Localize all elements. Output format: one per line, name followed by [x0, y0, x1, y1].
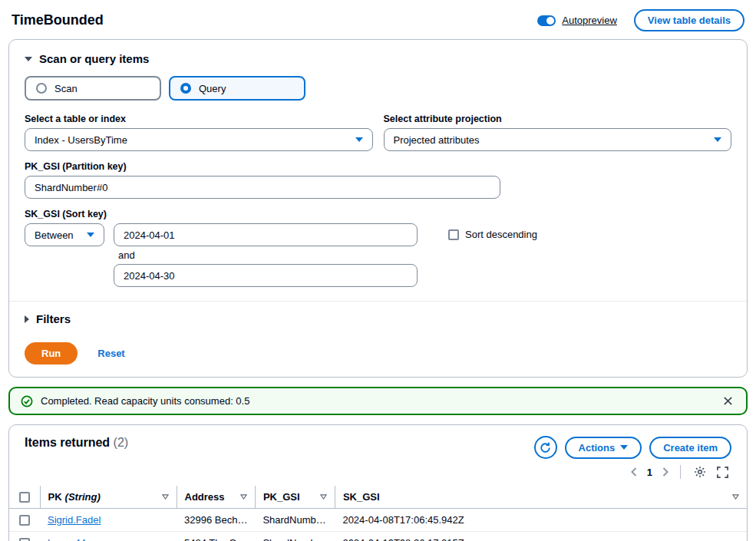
close-icon[interactable] — [721, 394, 735, 408]
items-returned-panel: Items returned (2) Actions Create item 1 — [8, 424, 748, 541]
table-header-row: PK (String) Address — [9, 486, 747, 509]
item-link[interactable]: Lonzo44 — [48, 537, 86, 541]
results-counter: (2) — [114, 436, 129, 449]
partition-key-field: PK_GSI (Partition key) — [25, 161, 731, 199]
sort-key-to-input[interactable] — [114, 264, 418, 287]
cell-pk-gsi: ShardNumb… — [255, 532, 335, 541]
table-index-value: Index - UsersByTime — [35, 134, 127, 146]
projection-value: Projected attributes — [394, 134, 480, 146]
query-radio-tile[interactable]: Query — [169, 76, 305, 101]
table-index-select[interactable]: Index - UsersByTime — [25, 128, 373, 151]
scan-query-panel: Scan or query items Scan Query Select a … — [8, 39, 748, 378]
column-header-pk-gsi[interactable]: PK_GSI — [255, 486, 335, 509]
results-toolbar: 1 — [25, 464, 731, 480]
projection-label: Select attribute projection — [384, 114, 732, 124]
chevron-down-icon — [87, 233, 94, 237]
chevron-down-icon — [355, 137, 363, 142]
sort-key-operator-select[interactable]: Between — [25, 223, 104, 246]
sort-key-from-input[interactable] — [114, 223, 418, 246]
projection-select[interactable]: Projected attributes — [384, 128, 732, 151]
sort-icon[interactable] — [314, 494, 327, 500]
run-button[interactable]: Run — [25, 342, 78, 365]
chevron-down-icon — [620, 445, 628, 450]
radio-selected-icon — [180, 83, 191, 94]
page: TimeBounded Autopreview View table detai… — [0, 0, 756, 541]
filters-section-toggle[interactable]: Filters — [25, 311, 731, 327]
projection-field: Select attribute projection Projected at… — [384, 114, 732, 151]
header-actions: Autopreview View table details — [537, 9, 744, 31]
alert-message: Completed. Read capacity units consumed:… — [41, 395, 713, 407]
sort-icon[interactable] — [726, 494, 739, 500]
sort-key-field: SK_GSI (Sort key) Between and Sort desce… — [25, 209, 731, 287]
table-row: Sigrid.Fadel 32996 Bech… ShardNumb… 2024… — [9, 509, 747, 532]
results-header: Items returned (2) Actions Create item — [25, 436, 731, 459]
row-checkbox[interactable] — [19, 515, 30, 526]
fullscreen-icon[interactable] — [714, 465, 731, 480]
cell-sk-gsi: 2024-04-19T08:26:17.215Z — [335, 532, 747, 541]
table-row: Lonzo44 5484 The O… ShardNumb… 2024-04-1… — [9, 532, 747, 541]
results-actions: Actions Create item — [534, 436, 731, 459]
cell-pk-gsi: ShardNumb… — [255, 509, 335, 532]
autopreview-label: Autopreview — [562, 15, 617, 26]
item-link[interactable]: Sigrid.Fadel — [48, 514, 101, 526]
success-check-circle-icon — [21, 395, 33, 407]
divider — [9, 301, 747, 302]
table-index-label: Select a table or index — [25, 114, 373, 124]
reset-button[interactable]: Reset — [96, 344, 126, 363]
filters-title: Filters — [36, 312, 71, 325]
settings-gear-icon[interactable] — [691, 464, 709, 480]
toolbar-divider — [680, 465, 681, 479]
pagination-prev-icon[interactable] — [629, 466, 639, 478]
mode-tiles: Scan Query — [25, 76, 731, 101]
column-header-sk-gsi[interactable]: SK_GSI — [335, 486, 747, 509]
view-table-details-button[interactable]: View table details — [634, 9, 744, 31]
success-alert: Completed. Read capacity units consumed:… — [8, 387, 748, 415]
page-title: TimeBounded — [12, 12, 104, 28]
refresh-icon — [540, 442, 551, 454]
toggle-on-icon[interactable] — [537, 15, 556, 26]
partition-key-label: PK_GSI (Partition key) — [25, 161, 731, 172]
scan-radio-label: Scan — [54, 83, 78, 94]
scan-radio-tile[interactable]: Scan — [25, 76, 161, 101]
pagination-next-icon[interactable] — [661, 466, 670, 478]
refresh-button[interactable] — [534, 436, 557, 459]
sort-descending-checkbox[interactable]: Sort descending — [448, 229, 537, 240]
autopreview-toggle[interactable]: Autopreview — [537, 15, 617, 26]
chevron-down-icon — [25, 57, 32, 61]
cell-sk-gsi: 2024-04-08T17:06:45.942Z — [335, 509, 747, 532]
chevron-down-icon — [714, 137, 721, 142]
table-index-field: Select a table or index Index - UsersByT… — [25, 114, 373, 151]
chevron-right-icon — [25, 315, 29, 323]
column-header-pk[interactable]: PK (String) — [40, 486, 177, 509]
cell-address: 32996 Bech… — [177, 509, 255, 532]
query-actions-row: Run Reset — [25, 342, 731, 365]
select-row: Select a table or index Index - UsersByT… — [25, 104, 731, 151]
column-header-address[interactable]: Address — [177, 486, 255, 509]
page-header: TimeBounded Autopreview View table detai… — [12, 9, 744, 31]
sort-key-operator-value: Between — [35, 229, 74, 241]
radio-unselected-icon — [36, 83, 47, 94]
cell-address: 5484 The O… — [177, 532, 255, 541]
sort-key-label: SK_GSI (Sort key) — [25, 209, 731, 219]
results-title: Items returned (2) — [25, 436, 128, 450]
select-all-checkbox[interactable] — [19, 492, 30, 503]
query-radio-label: Query — [199, 83, 226, 94]
create-item-button[interactable]: Create item — [649, 437, 731, 459]
sort-descending-label: Sort descending — [465, 229, 537, 240]
items-table: PK (String) Address — [9, 486, 747, 541]
section-title: Scan or query items — [39, 52, 149, 65]
partition-key-input[interactable] — [25, 176, 500, 199]
actions-button[interactable]: Actions — [565, 437, 642, 459]
and-label: and — [114, 246, 418, 264]
row-checkbox[interactable] — [19, 538, 30, 541]
checkbox-icon — [448, 229, 459, 240]
sort-icon[interactable] — [234, 494, 247, 500]
scan-query-section-toggle[interactable]: Scan or query items — [25, 51, 731, 67]
pagination-current-page[interactable]: 1 — [647, 467, 652, 478]
sort-icon[interactable] — [156, 494, 169, 500]
